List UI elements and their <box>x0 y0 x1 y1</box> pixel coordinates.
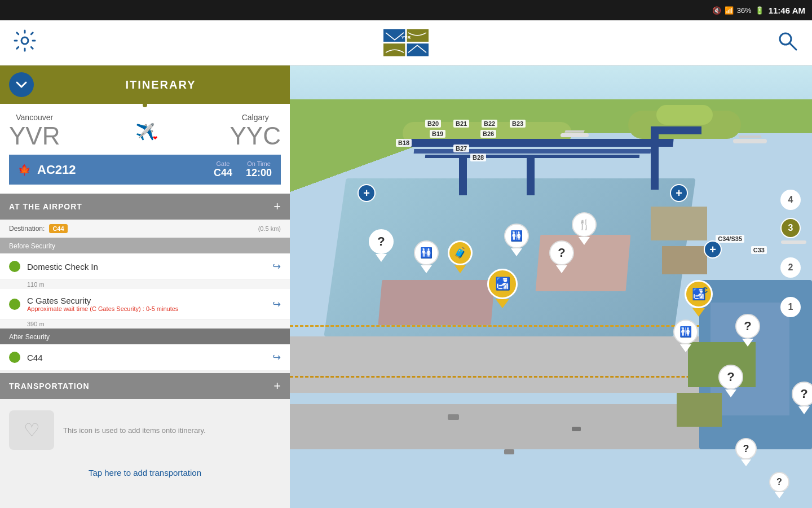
marker-question-6[interactable]: ? <box>735 438 757 466</box>
after-security-label: After Security <box>9 333 50 341</box>
heart-icon: ♡ <box>24 419 40 441</box>
plane-2-fuselage <box>561 133 589 137</box>
time-block: On Time 12:00 <box>246 160 272 179</box>
plane-fuselage <box>733 139 767 143</box>
car-1 <box>448 414 459 420</box>
yvr-logo: YVR <box>383 27 429 58</box>
distance-label: (0.5 km) <box>258 225 281 232</box>
step-name-2: C Gates Security <box>27 296 266 305</box>
zoom-level-2[interactable]: 2 <box>780 257 801 278</box>
search-button[interactable] <box>776 29 798 56</box>
at-airport-title: AT THE AIRPORT <box>9 202 82 211</box>
gate-block: Gate C44 <box>214 160 232 179</box>
before-security-bar: Before Security <box>0 238 290 253</box>
marker-question-1[interactable]: ? <box>369 229 394 262</box>
step-dot-3 <box>9 352 20 363</box>
zoom-add-button-1[interactable]: + <box>358 184 376 202</box>
status-bar: 🔇 📶 36% 🔋 11:46 AM <box>0 0 812 20</box>
marker-checkin[interactable]: 🧳 <box>448 240 473 273</box>
step-navigate-button-3[interactable]: ↪ <box>272 351 281 364</box>
grass-oval-3 <box>656 105 713 125</box>
gate-pier-b18-h <box>651 126 701 134</box>
at-airport-add-button[interactable]: + <box>273 199 281 214</box>
svg-text:YVR: YVR <box>401 35 411 40</box>
marker-question-3[interactable]: ? <box>735 314 760 347</box>
zoom-level-1[interactable]: 1 <box>780 297 801 317</box>
step-distance-1: 110 m <box>0 280 290 289</box>
marker-customs[interactable]: 🛃 <box>685 280 713 317</box>
plane-2-wing <box>564 130 584 133</box>
no-sound-icon: 🔇 <box>712 6 721 15</box>
left-panel: ITINERARY Vancouver YVR ✈️ ❤ Calgary YYC… <box>0 65 290 508</box>
gate-pier-connector-2 <box>527 156 535 195</box>
itinerary-title: ITINERARY <box>41 78 281 91</box>
step-navigate-button-2[interactable]: ↪ <box>272 298 281 310</box>
step-wait-time: Approximate wait time (C Gates Security)… <box>27 305 266 312</box>
settings-button[interactable] <box>14 29 36 56</box>
flight-gate-info: Gate C44 On Time 12:00 <box>214 160 272 179</box>
battery-icon: 🔋 <box>755 6 764 15</box>
step-dot-2 <box>9 299 20 310</box>
transportation-title: TRANSPORTATION <box>9 382 90 391</box>
origin-city: Vancouver YVR <box>9 113 60 150</box>
svg-point-0 <box>21 37 28 44</box>
step-gates-security: C Gates Security Approximate wait time (… <box>0 289 290 319</box>
transport-content: ♡ This icon is used to add items onto it… <box>0 399 290 461</box>
gate-pier-b <box>402 139 673 147</box>
gate-badge: C44 <box>49 224 67 233</box>
step-text-2: C Gates Security Approximate wait time (… <box>27 296 266 312</box>
destination-label: Destination: <box>9 225 45 233</box>
transportation-add-button[interactable]: + <box>273 379 281 393</box>
status-time: 11:46 AM <box>769 6 805 15</box>
step-gate-c44: C44 ↪ <box>0 344 290 371</box>
marker-restroom-1[interactable]: 🚻 <box>414 240 439 273</box>
heart-icon-box: ♡ <box>9 410 54 450</box>
gate-label-c33: C33 <box>751 246 767 254</box>
airline-logo: 🍁 <box>18 164 30 176</box>
flight-plane-icon: ✈️ ❤ <box>135 122 155 141</box>
zoom-level-3[interactable]: 3 <box>780 218 801 238</box>
collapse-button[interactable] <box>9 72 34 97</box>
gate-label-c34: C34/S35 <box>716 235 744 243</box>
step-text: Domestic Check In <box>27 262 266 271</box>
marker-question-4[interactable]: ? <box>718 365 743 397</box>
status-icons: 🔇 📶 36% 🔋 <box>712 6 764 15</box>
before-security-label: Before Security <box>9 242 55 250</box>
flight-number: AC212 <box>37 163 207 177</box>
itinerary-header: ITINERARY <box>0 65 290 104</box>
marker-food[interactable]: 🍴 <box>572 212 597 245</box>
transportation-section: ♡ This icon is used to add items onto it… <box>0 399 290 484</box>
gate-pier-connector-1 <box>459 156 467 195</box>
green-area-2 <box>677 393 722 427</box>
gate-pier-b18 <box>651 133 659 190</box>
plane-3 <box>781 240 806 244</box>
building-tan-2 <box>662 246 707 274</box>
building-pink-2 <box>378 280 495 325</box>
battery-level: 36% <box>737 6 752 15</box>
step-dot <box>9 261 20 272</box>
zoom-level-4[interactable]: 4 <box>780 190 801 210</box>
marker-restroom-2[interactable]: 🚻 <box>504 224 529 256</box>
flight-bar: 🍁 AC212 Gate C44 On Time 12:00 <box>9 155 281 185</box>
marker-question-7[interactable]: ? <box>769 472 789 498</box>
zoom-add-button-2[interactable]: + <box>670 184 688 202</box>
marker-luggage[interactable]: 🛃 <box>487 269 518 308</box>
transportation-section-header: TRANSPORTATION + <box>0 373 290 399</box>
at-airport-section-header: AT THE AIRPORT + <box>0 194 290 220</box>
zoom-add-button-3[interactable]: + <box>704 240 722 259</box>
map-area[interactable]: B20 B21 B22 B23 B19 B26 B27 B28 B18 C34/… <box>290 65 812 508</box>
step-distance-2: 390 m <box>0 319 290 329</box>
step-name-3: C44 <box>27 353 266 362</box>
step-name: Domestic Check In <box>27 262 266 271</box>
marker-question-2[interactable]: ? <box>549 240 574 273</box>
c-gates-label: C <box>702 286 708 295</box>
marker-question-5[interactable]: ? <box>792 382 812 414</box>
flight-cities: Vancouver YVR ✈️ ❤ Calgary YYC <box>9 113 281 150</box>
marker-restroom-3[interactable]: 🚻 <box>673 319 698 352</box>
transport-hint: This icon is used to add items onto itin… <box>63 426 281 435</box>
tap-transport-link[interactable]: Tap here to add transportation <box>0 461 290 484</box>
step-navigate-button[interactable]: ↪ <box>272 260 281 273</box>
after-security-bar: After Security <box>0 329 290 344</box>
flight-info: Vancouver YVR ✈️ ❤ Calgary YYC 🍁 AC212 G… <box>0 104 290 194</box>
car-2 <box>572 427 581 431</box>
